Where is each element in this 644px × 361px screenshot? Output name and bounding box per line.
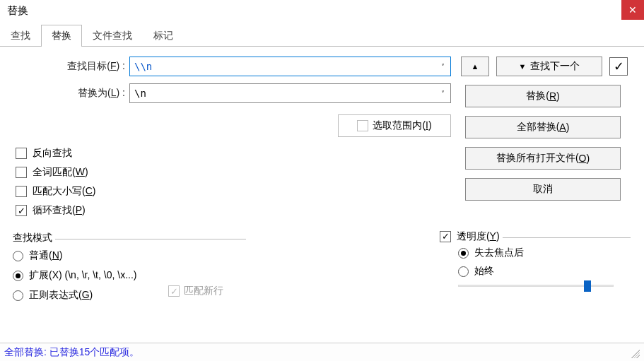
cancel-button[interactable]: 取消 — [465, 178, 621, 201]
mode-regex-radio[interactable] — [13, 290, 23, 301]
replace-button[interactable]: 替换(R) — [465, 85, 621, 107]
close-button[interactable]: ✕ — [621, 0, 644, 20]
replace-label: 替换为(L) : — [6, 87, 129, 100]
up-arrow-icon: ▲ — [472, 62, 479, 71]
replace-input[interactable] — [130, 88, 435, 99]
options-group: 反向查找 全词匹配(W) 匹配大小写(C) ✓循环查找(P) — [16, 147, 95, 217]
tab-find[interactable]: 查找 — [0, 25, 41, 47]
wholeword-label: 全词匹配(W) — [33, 166, 88, 179]
tab-findinfiles[interactable]: 文件查找 — [82, 25, 143, 47]
trans-always-label: 始终 — [474, 265, 494, 278]
status-bar: 全部替换: 已替换15个匹配项。 — [0, 343, 644, 361]
in-selection-label: 选取范围内(I) — [373, 119, 431, 132]
tab-bar: 查找 替换 文件查找 标记 — [0, 24, 644, 47]
match-newline-row: ✓ 匹配新行 — [168, 285, 223, 297]
status-text: 全部替换: 已替换15个匹配项。 — [4, 346, 139, 359]
mode-normal-radio[interactable] — [13, 251, 23, 261]
window-title: 替换 — [0, 0, 35, 22]
transparency-title-row: ✓ 透明度(Y) — [440, 230, 503, 243]
search-mode-title: 查找模式 — [13, 232, 55, 244]
slider-thumb[interactable] — [584, 280, 591, 292]
find-prev-button[interactable]: ▲ — [461, 57, 489, 76]
find-input[interactable] — [130, 61, 435, 72]
replace-all-open-button[interactable]: 替换所有打开文件(O) — [465, 147, 621, 170]
mode-normal-label: 普通(N) — [29, 249, 62, 262]
find-next-button[interactable]: ▼ 查找下一个 — [496, 57, 602, 76]
wrap-indicator-check[interactable]: ✓ — [609, 57, 628, 76]
match-newline-checkbox: ✓ — [168, 285, 180, 297]
transparency-slider[interactable] — [458, 280, 614, 292]
down-arrow-icon: ▼ — [519, 62, 527, 71]
mode-extended-radio[interactable] — [13, 271, 23, 281]
match-newline-label: 匹配新行 — [184, 285, 223, 297]
replace-all-button[interactable]: 全部替换(A) — [465, 116, 621, 138]
find-label: 查找目标(F) : — [6, 60, 129, 73]
search-mode-group: 查找模式 普通(N) 扩展(X) (\n, \r, \t, \0, \x...)… — [13, 239, 246, 302]
matchcase-checkbox[interactable] — [16, 186, 27, 197]
resize-grip[interactable] — [628, 347, 640, 358]
wrap-label: 循环查找(P) — [33, 204, 86, 217]
tab-mark[interactable]: 标记 — [143, 25, 184, 47]
wrap-checkbox[interactable]: ✓ — [16, 205, 27, 216]
find-dropdown-caret[interactable]: ˅ — [435, 63, 450, 71]
find-combo[interactable]: ˅ — [129, 57, 451, 76]
replace-dropdown-caret[interactable]: ˅ — [435, 90, 450, 97]
trans-onlosefocus-label: 失去焦点后 — [474, 247, 524, 259]
trans-onlosefocus-radio[interactable] — [458, 248, 469, 259]
close-icon: ✕ — [628, 4, 637, 16]
backward-checkbox[interactable] — [16, 148, 27, 159]
transparency-title: 透明度(Y) — [457, 230, 500, 242]
mode-extended-label: 扩展(X) (\n, \r, \t, \0, \x...) — [29, 269, 136, 282]
find-next-label: 查找下一个 — [530, 60, 580, 73]
transparency-group: ✓ 透明度(Y) 失去焦点后 始终 — [443, 237, 631, 292]
tab-replace[interactable]: 替换 — [41, 25, 82, 47]
in-selection-box: 选取范围内(I) — [338, 114, 451, 137]
backward-label: 反向查找 — [33, 147, 72, 160]
trans-always-radio[interactable] — [458, 266, 469, 277]
wholeword-checkbox[interactable] — [16, 167, 27, 178]
in-selection-checkbox — [357, 120, 368, 131]
transparency-checkbox[interactable]: ✓ — [440, 231, 451, 242]
matchcase-label: 匹配大小写(C) — [33, 185, 95, 198]
replace-combo[interactable]: ˅ — [129, 83, 451, 103]
mode-regex-label: 正则表达式(G) — [29, 289, 93, 302]
